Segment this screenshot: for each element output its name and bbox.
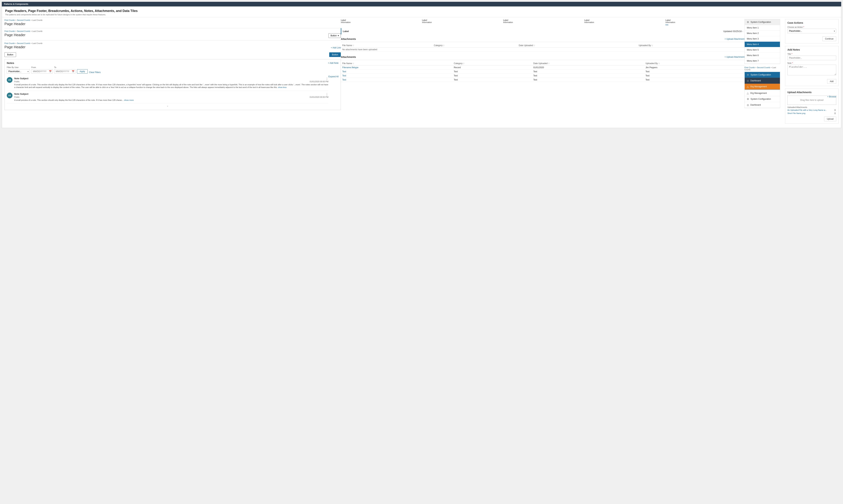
circle-icon-dark: ◎ — [747, 79, 749, 82]
nav-item-2[interactable]: Menu Item 2 — [745, 31, 780, 36]
label-tile-4: Label Information — [584, 19, 663, 26]
category-3: Text — [452, 74, 532, 78]
nav-item-syscfg[interactable]: ⚙ System Configuration — [745, 19, 780, 25]
primary-button[interactable]: Button — [329, 52, 341, 57]
note-body-textarea[interactable] — [787, 65, 836, 75]
outline-button[interactable]: Button — [4, 52, 16, 57]
breadcrumb-second-crumb-2[interactable]: Second Crumb — [17, 30, 30, 32]
show-less-link[interactable]: show less — [278, 86, 286, 88]
breadcrumb-3: First Crumb > Second Crumb > Last Crumb — [4, 42, 341, 44]
filter-from-input-wrapper: 📅 — [31, 69, 53, 74]
notes-filter: Filter By User Placeholder... From — [7, 66, 339, 74]
delete-icon-2[interactable]: 🗑 — [834, 112, 836, 114]
add-note-button[interactable]: Add — [827, 79, 836, 84]
light-nav-syscfg[interactable]: ⚙ System Configuration — [745, 96, 780, 102]
show-more-link[interactable]: show more — [124, 99, 134, 101]
filter-from-group: From 📅 — [31, 66, 53, 74]
add-link-button[interactable]: + Add Link — [331, 47, 341, 49]
nav-item-5[interactable]: Menu Item 5 — [745, 47, 780, 53]
filter-from-input[interactable] — [31, 69, 53, 74]
col-date-2: Date Uploaded ▽ — [532, 61, 644, 66]
sort-icon-filename-1: ▽ — [353, 44, 354, 47]
breadcrumb-second-crumb-3[interactable]: Second Crumb — [17, 42, 30, 44]
dark-nav-dashboard[interactable]: ◎ Dashboard — [745, 78, 780, 84]
filter-user-select-wrapper: Placeholder... — [7, 69, 30, 74]
nav-item-6[interactable]: Menu Item 6 — [745, 53, 780, 58]
attachments-section-2: Attachments + Upload Attachment File Nam… — [341, 54, 745, 82]
add-note-link[interactable]: + Add Note — [328, 62, 339, 64]
col-filename-1: File Name ▽ — [341, 43, 432, 48]
light-nav-org[interactable]: △ Org Management — [745, 90, 780, 96]
nav-item-7[interactable]: Menu Item 7 — [745, 58, 780, 64]
file-link-3[interactable]: Text — [342, 74, 346, 77]
label-tile-val-4: Information — [584, 21, 663, 23]
no-attachments-row: No attachments have been uploaded — [341, 48, 745, 52]
dropdown-button[interactable]: Button ▾ — [328, 33, 341, 38]
nav-right-breadcrumb: First Crumb > Second Crumb > Last Crumb — [745, 67, 780, 71]
uploaded-file-link-1[interactable]: An Uploaded File with a Very Long Name w… — [787, 109, 827, 111]
nav-item-1[interactable]: Menu Item 1 — [745, 25, 780, 31]
note-title-input[interactable] — [787, 56, 836, 60]
left-column: First Crumb > Second Crumb > Last Crumb … — [4, 19, 341, 126]
dark-nav-syscfg[interactable]: ⚙ System Configuration — [745, 72, 780, 78]
label-tile-label-5: Label — [665, 19, 745, 21]
browse-link[interactable]: + Browse — [827, 95, 836, 98]
continue-button[interactable]: Continue — [822, 36, 836, 41]
col-category-2: Category ▽ — [452, 61, 532, 66]
nav-item-4-active[interactable]: Menu Item 4 — [745, 42, 780, 47]
notes-list-container[interactable]: US Note Subject ⋮ Public 01/01/2020 00:0… — [7, 75, 328, 108]
attachment-row-1: Filename.filetype Record 01/01/2020 Jim … — [341, 66, 745, 70]
uploaded-file-item-2: Short File Name.png 🗑 — [787, 112, 836, 114]
gear-icon-dark: ⚙ — [747, 73, 749, 76]
nav-item-7-label: Menu Item 7 — [747, 60, 759, 62]
nav-item-1-label: Menu Item 1 — [747, 26, 759, 29]
filter-to-input[interactable] — [54, 69, 75, 74]
upload-footer: Upload — [787, 115, 836, 121]
nav-breadcrumb-second[interactable]: Second Crumb — [757, 67, 770, 69]
breadcrumb-first-crumb[interactable]: First Crumb — [4, 19, 15, 21]
file-link-1[interactable]: Filename.filetype — [342, 66, 358, 69]
triangle-icon-light: △ — [747, 92, 749, 94]
category-2: Text — [452, 70, 532, 74]
breadcrumb-second-crumb[interactable]: Second Crumb — [17, 19, 30, 21]
attachments-table-2: File Name ▽ Category ▽ Date Uploaded ▽ U… — [341, 61, 745, 82]
label-tile-3: Label Information — [503, 19, 582, 26]
file-link-2[interactable]: Text — [342, 70, 346, 73]
light-nav-dashboard[interactable]: ◎ Dashboard — [745, 102, 780, 108]
breadcrumb-2: First Crumb > Second Crumb > Last Crumb — [4, 30, 341, 32]
delete-icon-1[interactable]: 🗑 — [834, 109, 836, 111]
filter-by-user-label: Filter By User — [7, 66, 30, 68]
filter-to-group: To 📅 — [54, 66, 75, 74]
label-tile-link-5[interactable]: link — [665, 24, 668, 26]
apply-button[interactable]: Apply — [77, 69, 88, 74]
dark-nav-org[interactable]: △ Org Management — [745, 84, 780, 90]
top-bar-label: Patterns & Components — [4, 3, 28, 5]
note-options-2[interactable]: ⋮ — [325, 93, 328, 96]
breadcrumb-1: First Crumb > Second Crumb > Last Crumb — [4, 19, 341, 21]
add-notes-footer: Add — [787, 78, 836, 84]
page-description: The patterns and components below are to… — [5, 14, 838, 16]
breadcrumb-first-crumb-2[interactable]: First Crumb — [4, 30, 15, 32]
choose-action-select[interactable]: Placeholder... — [787, 29, 836, 33]
sort-icon-date-2: ▽ — [548, 62, 550, 65]
upload-attachments-panel: Upload Attachments + Browse Drag files h… — [785, 89, 839, 124]
upload-attachment-link-1[interactable]: + Upload Attachment — [724, 38, 745, 40]
file-link-4[interactable]: Text — [342, 78, 346, 81]
nav-item-3[interactable]: Menu Item 3 — [745, 36, 780, 42]
nav-breadcrumb-first[interactable]: First Crumb — [745, 67, 755, 69]
note-title-field: Title * — [787, 53, 836, 60]
date-4: Text — [532, 78, 644, 82]
page-title-bar: Page Headers, Page Footer, Breadcrumbs, … — [2, 6, 841, 17]
uploaded-file-link-2[interactable]: Short File Name.png — [787, 112, 805, 114]
breadcrumb-first-crumb-3[interactable]: First Crumb — [4, 42, 15, 44]
expand-all-link[interactable]: Expand All — [328, 75, 339, 78]
clear-filters-button[interactable]: Clear Filters — [89, 71, 101, 74]
upload-button[interactable]: Upload — [824, 116, 836, 121]
required-star-action: * — [803, 26, 804, 28]
page-header-2: Page Header — [4, 33, 25, 37]
light-nav-org-label: Org Management — [750, 92, 767, 94]
upload-attachment-link-2[interactable]: + Upload Attachment — [724, 56, 745, 58]
note-options-1[interactable]: ⋮ — [325, 77, 328, 80]
notes-section: Notes + Add Note Filter By User Placehol… — [4, 59, 341, 110]
filter-user-select[interactable]: Placeholder... — [7, 69, 30, 74]
